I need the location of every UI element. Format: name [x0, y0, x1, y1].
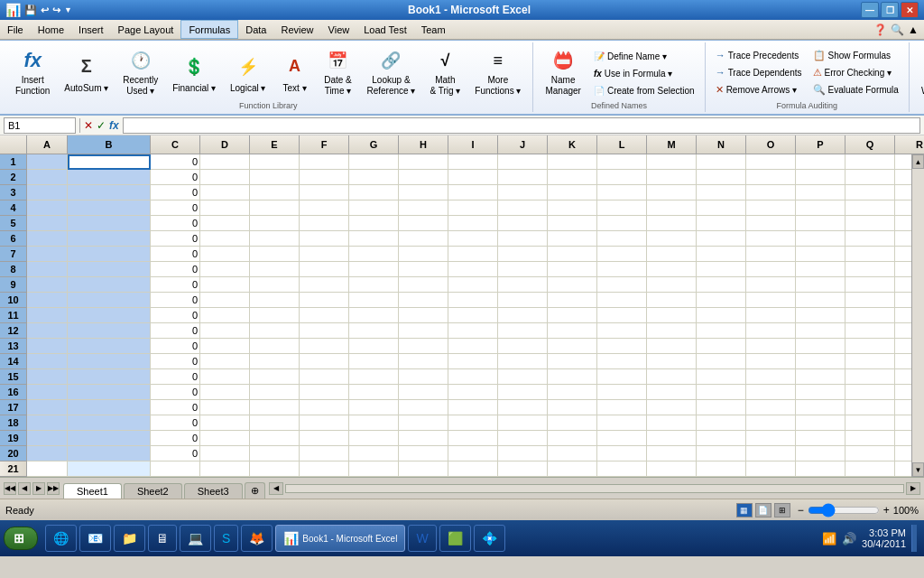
row-header-7[interactable]: 7 [0, 247, 27, 262]
col-header-n[interactable]: N [697, 135, 746, 154]
cell-N15[interactable] [697, 369, 746, 385]
cell-A12[interactable] [27, 323, 68, 339]
cell-K17[interactable] [548, 400, 597, 415]
cell-R11[interactable] [895, 308, 911, 323]
cell-O17[interactable] [746, 400, 796, 415]
cell-C5[interactable]: 0 [151, 216, 200, 231]
cell-R17[interactable] [895, 400, 911, 415]
cell-E12[interactable] [250, 323, 300, 339]
sheet-tab-sheet2[interactable]: Sheet2 [124, 483, 182, 499]
cell-Q13[interactable] [845, 339, 895, 354]
cell-C16[interactable]: 0 [151, 385, 200, 400]
cell-K15[interactable] [548, 369, 597, 385]
sheet-tab-sheet1[interactable]: Sheet1 [63, 483, 122, 499]
cell-O16[interactable] [746, 385, 796, 400]
col-header-m[interactable]: M [647, 135, 697, 154]
taskbar-ie[interactable]: 🌐 [45, 525, 77, 552]
cell-O10[interactable] [746, 293, 796, 308]
cell-E5[interactable] [250, 216, 300, 231]
cell-K12[interactable] [548, 323, 597, 339]
zoom-out-button[interactable]: − [798, 504, 804, 517]
row-header-16[interactable]: 16 [0, 385, 27, 400]
cell-L2[interactable] [597, 170, 647, 185]
cell-L1[interactable] [597, 154, 647, 170]
cell-I12[interactable] [448, 323, 498, 339]
cell-M9[interactable] [647, 277, 697, 293]
cell-R19[interactable] [895, 431, 911, 446]
cell-C6[interactable]: 0 [151, 231, 200, 247]
cell-J14[interactable] [498, 354, 548, 369]
cell-Q12[interactable] [845, 323, 895, 339]
cell-A9[interactable] [27, 277, 68, 293]
row-header-6[interactable]: 6 [0, 231, 27, 247]
cell-G10[interactable] [349, 293, 399, 308]
cell-I15[interactable] [448, 369, 498, 385]
cell-G4[interactable] [349, 200, 399, 216]
cell-E9[interactable] [250, 277, 300, 293]
h-scroll-track[interactable] [285, 484, 904, 493]
cell-A11[interactable] [27, 308, 68, 323]
cell-N6[interactable] [697, 231, 746, 247]
cell-J7[interactable] [498, 247, 548, 262]
cell-C12[interactable]: 0 [151, 323, 200, 339]
cell-C21[interactable] [151, 461, 200, 477]
row-header-18[interactable]: 18 [0, 415, 27, 431]
cell-L11[interactable] [597, 308, 647, 323]
cell-P16[interactable] [796, 385, 845, 400]
scroll-right-button[interactable]: ▶ [906, 482, 920, 495]
use-in-formula-button[interactable]: fx Use in Formula ▾ [589, 65, 699, 81]
cell-B14[interactable] [68, 354, 151, 369]
cell-A17[interactable] [27, 400, 68, 415]
cell-L7[interactable] [597, 247, 647, 262]
cell-M11[interactable] [647, 308, 697, 323]
cell-E16[interactable] [250, 385, 300, 400]
cell-C14[interactable]: 0 [151, 354, 200, 369]
cell-F3[interactable] [300, 185, 349, 200]
cell-K9[interactable] [548, 277, 597, 293]
cell-M18[interactable] [647, 415, 697, 431]
cell-M13[interactable] [647, 339, 697, 354]
col-header-e[interactable]: E [250, 135, 300, 154]
row-header-4[interactable]: 4 [0, 200, 27, 216]
cell-P19[interactable] [796, 431, 845, 446]
cell-A14[interactable] [27, 354, 68, 369]
cell-J5[interactable] [498, 216, 548, 231]
cell-C7[interactable]: 0 [151, 247, 200, 262]
col-header-k[interactable]: K [548, 135, 597, 154]
cell-A5[interactable] [27, 216, 68, 231]
cell-A2[interactable] [27, 170, 68, 185]
cell-C3[interactable]: 0 [151, 185, 200, 200]
cell-E7[interactable] [250, 247, 300, 262]
cell-J19[interactable] [498, 431, 548, 446]
cell-J11[interactable] [498, 308, 548, 323]
text-button[interactable]: A Text ▾ [273, 44, 315, 100]
cell-B12[interactable] [68, 323, 151, 339]
cell-F6[interactable] [300, 231, 349, 247]
cell-F12[interactable] [300, 323, 349, 339]
cell-K20[interactable] [548, 446, 597, 461]
row-header-13[interactable]: 13 [0, 339, 27, 354]
cell-B9[interactable] [68, 277, 151, 293]
cell-O7[interactable] [746, 247, 796, 262]
cell-M4[interactable] [647, 200, 697, 216]
cell-G8[interactable] [349, 262, 399, 277]
col-header-d[interactable]: D [200, 135, 250, 154]
cell-D17[interactable] [200, 400, 250, 415]
cell-R14[interactable] [895, 354, 911, 369]
cell-G11[interactable] [349, 308, 399, 323]
cell-H21[interactable] [399, 461, 448, 477]
col-header-o[interactable]: O [746, 135, 796, 154]
cell-F1[interactable] [300, 154, 349, 170]
cell-R7[interactable] [895, 247, 911, 262]
show-desktop-button[interactable] [911, 525, 917, 552]
error-checking-button[interactable]: ⚠ Error Checking ▾ [808, 64, 903, 80]
row-header-14[interactable]: 14 [0, 354, 27, 369]
cell-R5[interactable] [895, 216, 911, 231]
cell-N7[interactable] [697, 247, 746, 262]
zoom-in-button[interactable]: + [883, 504, 890, 517]
cell-Q6[interactable] [845, 231, 895, 247]
cell-P12[interactable] [796, 323, 845, 339]
cell-J9[interactable] [498, 277, 548, 293]
cell-K21[interactable] [548, 461, 597, 477]
col-header-f[interactable]: F [300, 135, 349, 154]
